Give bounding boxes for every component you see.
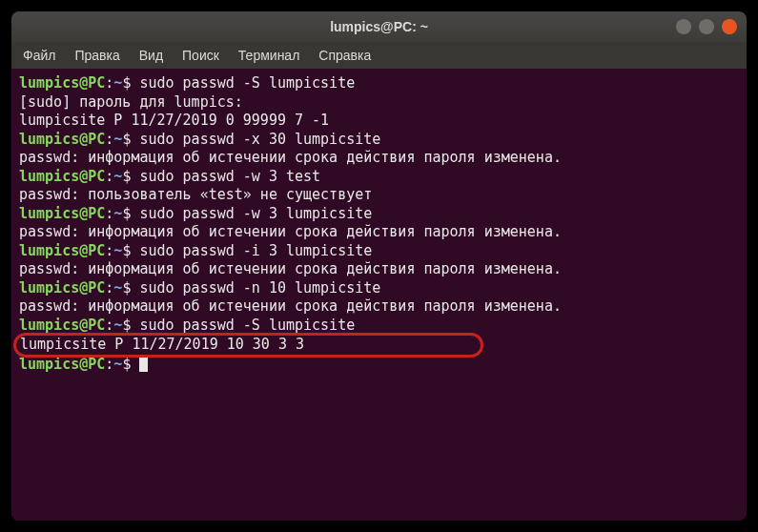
prompt-sep: : [105, 74, 113, 92]
menu-view[interactable]: Вид [139, 48, 163, 63]
highlighted-output: lumpicsite P 11/27/2019 10 30 3 3 [13, 333, 483, 358]
maximize-button[interactable] [699, 19, 714, 34]
terminal-line: [sudo] пароль для lumpics: [19, 93, 739, 113]
prompt-user: lumpics@PC [19, 168, 105, 185]
prompt-sigil: $ [122, 131, 139, 148]
prompt-sep: : [105, 242, 113, 259]
terminal-line: lumpics@PC:~$ sudo passwd -x 30 lumpicsi… [19, 131, 739, 150]
command-text: sudo passwd -w 3 lumpicsite [139, 205, 372, 222]
terminal-line: lumpicsite P 11/27/2019 0 99999 7 -1 [19, 112, 739, 131]
terminal-line: lumpics@PC:~$ sudo passwd -i 3 lumpicsit… [19, 242, 739, 261]
terminal-line: lumpics@PC:~$ sudo passwd -S lumpicsite [19, 74, 739, 93]
terminal-line: passwd: информация об истечении срока де… [19, 297, 739, 317]
terminal-line: lumpics@PC:~$ sudo passwd -w 3 lumpicsit… [19, 205, 739, 224]
prompt-sep: : [105, 317, 113, 334]
prompt-user: lumpics@PC [19, 317, 105, 334]
prompt-sigil: $ [122, 317, 139, 334]
prompt-sep: : [105, 279, 113, 297]
terminal-line: passwd: пользователь «test» не существуе… [19, 186, 739, 205]
prompt-sigil: $ [122, 242, 139, 259]
output-text: passwd: информация об истечении срока де… [19, 149, 562, 166]
prompt-user: lumpics@PC [19, 131, 105, 148]
prompt-sep: : [105, 131, 113, 148]
titlebar: lumpics@PC: ~ [11, 11, 747, 42]
window-title: lumpics@PC: ~ [11, 19, 747, 34]
command-text: sudo passwd -i 3 lumpicsite [139, 242, 372, 259]
terminal-line: lumpicsite P 11/27/2019 10 30 3 3 [19, 335, 739, 356]
output-text: [sudo] пароль для lumpics: [19, 93, 243, 111]
terminal-line: passwd: информация об истечении срока де… [19, 260, 739, 279]
terminal-line: lumpics@PC:~$ [19, 356, 739, 375]
command-text: sudo passwd -S lumpicsite [139, 74, 355, 92]
close-button[interactable] [722, 19, 737, 34]
menu-search[interactable]: Поиск [182, 48, 219, 63]
prompt-user: lumpics@PC [19, 279, 105, 297]
menu-edit[interactable]: Правка [74, 48, 119, 63]
prompt-sigil: $ [122, 279, 139, 297]
menu-terminal[interactable]: Терминал [238, 48, 299, 63]
output-text: passwd: пользователь «test» не существуе… [19, 186, 372, 203]
terminal-line: passwd: информация об истечении срока де… [19, 149, 739, 168]
command-text: sudo passwd -x 30 lumpicsite [139, 131, 380, 148]
minimize-button[interactable] [676, 19, 691, 34]
terminal-body[interactable]: lumpics@PC:~$ sudo passwd -S lumpicsite[… [11, 69, 747, 521]
prompt-sep: : [105, 205, 113, 222]
prompt-sigil: $ [122, 356, 139, 373]
terminal-line: passwd: информация об истечении срока де… [19, 223, 739, 242]
output-text: passwd: информация об истечении срока де… [19, 223, 562, 240]
menu-help[interactable]: Справка [318, 48, 371, 63]
terminal-line: lumpics@PC:~$ sudo passwd -n 10 lumpicsi… [19, 279, 739, 298]
window-controls [676, 19, 737, 34]
command-text: sudo passwd -n 10 lumpicsite [139, 279, 380, 297]
menubar: Файл Правка Вид Поиск Терминал Справка [11, 42, 747, 69]
output-text: passwd: информация об истечении срока де… [19, 260, 562, 277]
menu-file[interactable]: Файл [23, 48, 55, 63]
prompt-sep: : [105, 356, 113, 373]
prompt-user: lumpics@PC [19, 205, 105, 222]
prompt-sigil: $ [122, 205, 139, 222]
output-text: lumpicsite P 11/27/2019 10 30 3 3 [20, 336, 477, 353]
terminal-window: lumpics@PC: ~ Файл Правка Вид Поиск Терм… [11, 11, 747, 521]
prompt-user: lumpics@PC [19, 74, 105, 92]
cursor [139, 357, 148, 372]
output-text: lumpicsite P 11/27/2019 0 99999 7 -1 [19, 112, 329, 129]
command-text: sudo passwd -S lumpicsite [139, 317, 355, 334]
terminal-line: lumpics@PC:~$ sudo passwd -w 3 test [19, 168, 739, 187]
command-text: sudo passwd -w 3 test [139, 168, 320, 185]
output-text: passwd: информация об истечении срока де… [19, 297, 562, 315]
prompt-user: lumpics@PC [19, 242, 105, 259]
prompt-sigil: $ [122, 74, 139, 92]
prompt-sep: : [105, 168, 113, 185]
prompt-user: lumpics@PC [19, 356, 105, 373]
prompt-sigil: $ [122, 168, 139, 185]
